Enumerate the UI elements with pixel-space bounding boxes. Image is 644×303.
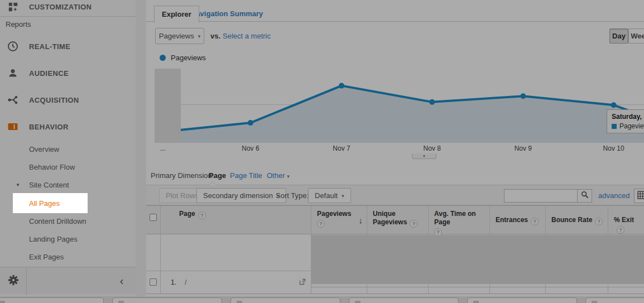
sort-descending-icon[interactable]: ↓ <box>359 216 363 224</box>
secondary-dimension-dropdown[interactable]: Secondary dimension ▾ <box>196 188 286 203</box>
row-checkbox[interactable] <box>150 278 157 286</box>
settings-button[interactable] <box>0 267 27 295</box>
select-a-metric-link[interactable]: Select a metric <box>223 32 271 40</box>
sidebar-item-customization[interactable]: CUSTOMIZATION <box>0 1 136 13</box>
bottom-card[interactable] <box>349 297 459 303</box>
help-icon[interactable]: ? <box>317 220 325 228</box>
metric-select-dropdown[interactable]: Pageviews ▾ <box>155 28 204 44</box>
granularity-day-button[interactable]: Day <box>609 28 628 44</box>
bottom-card[interactable] <box>0 297 104 303</box>
dimension-option-page-title[interactable]: Page Title <box>230 171 262 180</box>
column-label: Pageviews <box>317 210 351 218</box>
row-select-cell <box>146 271 160 294</box>
dimension-option-page[interactable]: Page <box>209 171 226 180</box>
column-header-bounce-rate[interactable]: Bounce Rate? <box>545 206 608 236</box>
data-point-marker[interactable] <box>520 93 526 99</box>
sidebar-item-audience[interactable]: AUDIENCE <box>0 67 136 79</box>
column-header-pageviews[interactable]: Pageviews ? ↓ <box>311 206 367 236</box>
select-all-checkbox[interactable] <box>150 214 157 221</box>
column-label: Unique Pageviews <box>373 210 407 226</box>
customization-icon <box>7 1 18 12</box>
chevron-down-icon: ▾ <box>342 193 344 199</box>
vs-label: vs. <box>210 32 220 40</box>
help-icon[interactable]: ? <box>198 211 206 219</box>
column-header-page[interactable]: Page? <box>160 206 311 236</box>
chevron-down-icon: ▾ <box>287 174 290 179</box>
button-label: Day <box>612 32 626 40</box>
bottom-card[interactable] <box>230 297 340 303</box>
chart-redacted-region <box>155 69 181 143</box>
sort-type-dropdown[interactable]: Default ▾ <box>308 188 351 203</box>
help-icon[interactable]: ? <box>531 218 539 225</box>
selected-metric-label: Pageviews <box>159 32 194 40</box>
column-header-percent-exit[interactable]: % Exit? <box>608 206 644 236</box>
bottom-card[interactable] <box>112 297 222 303</box>
page-link[interactable]: / <box>185 278 186 286</box>
sidebar-item-label: Content Drilldown <box>29 217 86 225</box>
acquisition-icon <box>7 94 18 105</box>
sidebar-item-label: Exit Pages <box>29 253 64 261</box>
bottom-card[interactable] <box>585 297 644 303</box>
row-page-cell: 1. / <box>160 271 311 294</box>
sidebar-item-label: All Pages <box>29 199 60 208</box>
tooltip-date: Saturday, N <box>612 113 644 121</box>
data-point-marker[interactable] <box>339 83 344 89</box>
bottom-card[interactable] <box>467 297 577 303</box>
card-icon <box>0 301 5 303</box>
help-icon[interactable]: ? <box>595 218 603 225</box>
button-label: Secondary dimension <box>203 191 273 200</box>
sidebar-item-behavior-flow[interactable]: Behavior Flow <box>0 161 136 173</box>
sidebar-item-real-time[interactable]: REAL-TIME <box>0 40 136 52</box>
column-label: % Exit <box>614 216 634 224</box>
sidebar-item-exit-pages[interactable]: Exit Pages <box>0 251 136 263</box>
sidebar-item-behavior[interactable]: BEHAVIOR <box>0 121 136 133</box>
data-point-marker[interactable] <box>248 120 253 126</box>
chevron-down-icon: ▼ <box>16 182 20 187</box>
sidebar-item-all-pages[interactable]: All Pages <box>13 193 88 213</box>
table-search <box>504 189 592 203</box>
report-main: Explorer Navigation Summary Pageviews ▾ … <box>146 0 644 303</box>
pages-data-table: Page? Pageviews ? ↓ Unique Pageviews? Av… <box>146 205 644 294</box>
advanced-search-link[interactable]: advanced <box>598 191 629 200</box>
data-point-marker[interactable] <box>429 99 435 105</box>
pageviews-line-chart[interactable]: Saturday, N Pageviews <box>155 69 644 143</box>
tab-label: Navigation Summary <box>191 9 263 18</box>
help-icon[interactable]: ? <box>410 220 417 228</box>
open-in-new-icon[interactable] <box>299 278 306 287</box>
tab-navigation-summary[interactable]: Navigation Summary <box>191 6 263 22</box>
chart-tooltip: Saturday, N Pageviews <box>607 109 644 133</box>
column-label: Bounce Rate <box>551 216 592 224</box>
search-icon <box>581 191 589 201</box>
chart-expander-button[interactable]: ▼ <box>412 153 436 159</box>
tab-label: Explorer <box>162 10 191 18</box>
column-header-unique-pageviews[interactable]: Unique Pageviews? <box>367 206 428 236</box>
search-button[interactable] <box>578 189 592 203</box>
sidebar-item-site-content[interactable]: ▼ Site Content <box>0 179 136 191</box>
option-label: Other <box>267 171 285 180</box>
sidebar-item-overview[interactable]: Overview <box>0 143 136 155</box>
sidebar-item-label: ACQUISITION <box>29 96 79 104</box>
card-icon <box>355 301 361 303</box>
x-axis-tick: ... <box>160 145 166 152</box>
table-view-toggle-button[interactable] <box>634 189 644 203</box>
column-header-avg-time[interactable]: Avg. Time on Page ? <box>428 206 489 236</box>
row-rank: 1. <box>171 278 176 286</box>
card-icon <box>592 301 597 303</box>
sidebar-item-content-drilldown[interactable]: Content Drilldown <box>0 215 136 227</box>
dimension-option-other[interactable]: Other ▾ <box>267 171 290 180</box>
sidebar-item-acquisition[interactable]: ACQUISITION <box>0 94 136 106</box>
search-input[interactable] <box>504 189 578 203</box>
sidebar-item-label: Behavior Flow <box>29 163 75 171</box>
help-icon[interactable]: ? <box>617 226 624 234</box>
tab-explorer[interactable]: Explorer <box>154 6 199 22</box>
column-label: Avg. Time on Page <box>434 210 476 226</box>
behavior-icon <box>7 121 18 132</box>
data-point-marker[interactable] <box>611 102 617 108</box>
card-icon <box>118 301 124 303</box>
sidebar-collapse-button[interactable]: ‹ <box>113 267 131 295</box>
column-header-entrances[interactable]: Entrances? <box>489 206 545 236</box>
x-axis-tick: Nov 8 <box>424 145 441 152</box>
sidebar-item-landing-pages[interactable]: Landing Pages <box>0 233 136 245</box>
granularity-week-button[interactable]: Week <box>628 28 644 44</box>
sidebar-item-label: Overview <box>29 145 59 153</box>
